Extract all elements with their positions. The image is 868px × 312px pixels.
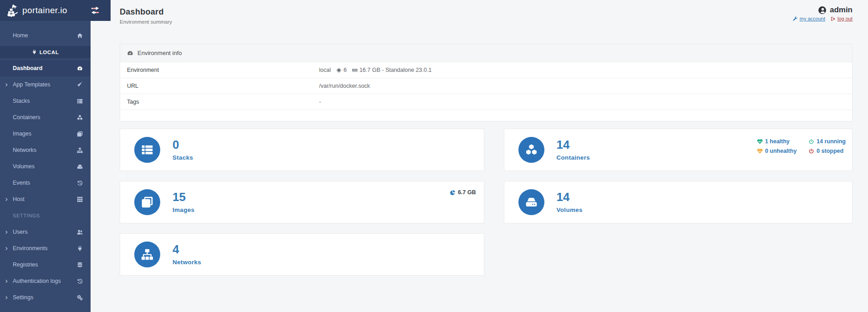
environment-info-heading: Environment info [120,44,852,62]
rocket-icon [77,82,83,88]
sidebar-item-label: Users [13,229,28,235]
env-info-value-text: 6 [344,67,347,73]
username: admin [830,5,853,15]
sidebar-item-dashboard[interactable]: Dashboard [0,60,91,76]
environment-info-table: Environment local616.7 GB - Standalone 2… [120,62,852,121]
users-icon [77,229,83,235]
memory-icon [352,67,358,73]
card-info: 14 Volumes [557,191,583,213]
env-info-value-text: /var/run/docker.sock [319,83,370,89]
page-header: Dashboard Environment summary admin my a… [91,0,868,25]
log-out-link[interactable]: log out [831,16,853,21]
sidebar-item-images[interactable]: Images [0,126,91,142]
volumes-count: 14 [557,191,583,203]
history-icon [77,180,83,186]
history-icon [77,278,83,284]
stacks-label: Stacks [173,154,193,161]
status-14-running[interactable]: 14 running [808,138,846,145]
sidebar-item-host[interactable]: Host [0,191,91,207]
sidebar-nav-items: Dashboard App Templates Stacks Container… [0,60,91,207]
plug-icon [32,50,37,55]
tachometer-icon [77,65,83,71]
sidebar-item-app-templates[interactable]: App Templates [0,76,91,93]
chevron-right-icon [5,230,9,234]
cubes-icon [77,115,83,121]
portainer-logo [5,4,19,17]
exchange-icon[interactable] [91,6,100,15]
environment-info-title: Environment info [137,50,182,56]
home-icon [77,33,83,39]
tachometer-icon [127,50,133,56]
status-0-stopped[interactable]: 0 stopped [808,148,846,154]
env-info-row-tags: Tags - [120,94,852,110]
sidebar-item-users[interactable]: Users [0,224,91,240]
stacks-card[interactable]: 0 Stacks [120,129,484,171]
sidebar-item-registries[interactable]: Registries [0,257,91,273]
status-label: 0 unhealthy [765,148,797,154]
sign-out-icon [831,16,836,21]
stacks-count: 0 [173,139,193,151]
volumes-label: Volumes [557,206,583,213]
sidebar-item-label: Authentication logs [13,278,61,284]
sidebar-item-settings[interactable]: Settings [0,289,91,306]
settings-section-label: SETTINGS [0,207,91,224]
cubes-icon [525,144,538,156]
th-list-icon [141,144,153,156]
database-icon [77,262,83,268]
brand[interactable]: portainer.io [5,4,67,17]
sidebar-item-label: Host [13,196,25,202]
sidebar-item-label: Home [13,32,28,39]
env-info-label: Environment [127,67,319,73]
networks-count: 4 [173,243,201,255]
sidebar-item-label: Stacks [13,98,30,104]
containers-card[interactable]: 14 Containers 1 healthy 14 running 0 unh… [504,129,853,171]
volumes-card[interactable]: 14 Volumes [504,181,853,223]
status-label: 14 running [817,138,846,145]
networks-card[interactable]: 4 Networks [120,233,484,276]
status-label: 1 healthy [765,138,790,145]
pie-chart-icon [450,190,456,196]
status-1-healthy[interactable]: 1 healthy [757,138,797,145]
env-info-value: /var/run/docker.sock [319,83,371,89]
my-account-link[interactable]: my account [793,16,825,21]
sidebar-item-environments[interactable]: Environments [0,240,91,257]
containers-card-circle [518,137,544,163]
heartbeat-icon [757,148,763,154]
sidebar-item-label: Networks [13,147,36,153]
env-info-value: - [319,99,322,105]
microchip-icon [336,67,342,73]
containers-label: Containers [557,154,590,161]
images-card[interactable]: 15 Images 6.7 GB [120,181,484,223]
status-0-unhealthy[interactable]: 0 unhealthy [757,148,797,154]
images-card-circle [134,189,160,215]
clone-icon [77,131,83,137]
images-total-size: 6.7 GB [450,189,476,196]
sidebar-item-label: Dashboard [13,65,42,71]
cogs-icon [77,295,83,301]
networks-label: Networks [173,259,201,266]
networks-card-circle [134,242,160,267]
my-account-label: my account [800,16,825,21]
sidebar-item-events[interactable]: Events [0,175,91,191]
wrench-icon [793,16,798,21]
chevron-right-icon [5,83,9,87]
sidebar-item-stacks[interactable]: Stacks [0,93,91,109]
sidebar-item-label: Containers [13,114,40,121]
sidebar-item-authentication-logs[interactable]: Authentication logs [0,273,91,289]
topbar: portainer.io [0,0,111,21]
sidebar-item-home[interactable]: Home [0,27,91,44]
sidebar-item-volumes[interactable]: Volumes [0,158,91,175]
hdd-icon [525,196,538,208]
sidebar-item-containers[interactable]: Containers [0,109,91,126]
user-menu[interactable]: admin [793,5,853,15]
card-info: 14 Containers [557,139,590,161]
sidebar-item-networks[interactable]: Networks [0,142,91,158]
env-info-row-environment: Environment local616.7 GB - Standalone 2… [120,62,852,78]
chevron-right-icon [5,296,9,300]
sitemap-icon [141,248,153,261]
card-info: 4 Networks [173,243,201,266]
chevron-right-icon [5,197,9,201]
images-count: 15 [173,191,194,203]
env-info-label: URL [127,83,319,89]
volumes-card-circle [518,189,544,215]
